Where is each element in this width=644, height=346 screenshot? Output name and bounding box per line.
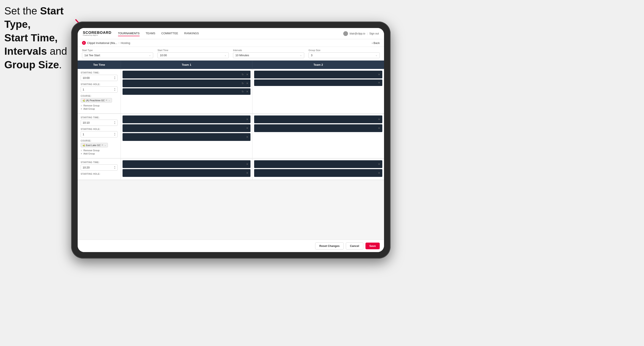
intervals-group: Intervals 10 Minutes ⌄ [233, 49, 304, 58]
group3-t1p1-remove-icon[interactable]: ✕ [246, 163, 248, 166]
group2-t2p2-remove-icon[interactable]: ✕ [378, 127, 380, 130]
group-size-select[interactable]: 3 ⌄ [308, 52, 380, 58]
group1-t2p2-remove-icon[interactable]: ✕ [378, 81, 380, 84]
intervals-select[interactable]: 10 Minutes ⌄ [233, 52, 304, 58]
group3-time-down-icon[interactable]: ▼ [114, 168, 116, 169]
group2-starting-time-input[interactable]: 10:10 ▲ ▼ [81, 120, 118, 126]
group3-starting-time-value: 10:20 [83, 166, 90, 169]
col-team2: Team 2 [252, 61, 384, 69]
group1-team2-player2: ✕ [254, 79, 382, 86]
group1-left-panel: STARTING TIME: 10:00 ▲ ▼ STARTING HOLE: … [78, 69, 121, 113]
group1-course-remove-icon[interactable]: ✕ [106, 99, 108, 102]
group2-time-up-icon[interactable]: ▲ [114, 121, 116, 123]
group1-add-group-link[interactable]: Add Group [81, 108, 118, 110]
start-type-chevron-icon: ⌄ [149, 54, 151, 57]
group3-t1p2-remove-icon[interactable]: ✕ [246, 172, 248, 174]
cancel-button[interactable]: Cancel [346, 242, 363, 249]
group3-time-up-icon[interactable]: ▲ [114, 166, 116, 168]
logo: SCOREBOARD Powered by clipp.io [83, 31, 112, 36]
group1-course-badge: ⛳ (A) Peachtree GC ✕ ⌄ [81, 98, 112, 103]
group2-course-remove-icon[interactable]: ✕ [102, 144, 103, 147]
group2-team1-player2: ✕ [122, 124, 250, 132]
group2-t1p3-icons: ✕ [245, 136, 248, 139]
nav-teams[interactable]: TEAMS [146, 31, 155, 36]
nav-tournaments[interactable]: TOURNAMENTS [118, 31, 140, 36]
group1-starting-hole-input[interactable]: 1 ▲ ▼ [81, 86, 118, 93]
group3-time-spinners: ▲ ▼ [114, 166, 116, 169]
group1-time-up-icon[interactable]: ▲ [114, 76, 116, 78]
reset-changes-button[interactable]: Reset Changes [315, 242, 344, 249]
group1-time-down-icon[interactable]: ▼ [114, 78, 116, 80]
group-size-group: Group Size 3 ⌄ [308, 49, 380, 58]
intervals-label: Intervals [233, 49, 304, 51]
group2-time-down-icon[interactable]: ▼ [114, 123, 116, 125]
group1-t1p3-remove-icon[interactable]: ✕ [246, 90, 248, 93]
group1-team1-player3: ↻ ✕ [122, 88, 250, 95]
group1-course-chevron-icon[interactable]: ⌄ [108, 99, 110, 102]
group2-add-group-link[interactable]: Add Group [81, 152, 118, 155]
group2-hole-down-icon[interactable]: ▼ [114, 135, 116, 136]
group2-t1p1-remove-icon[interactable]: ✕ [246, 118, 248, 121]
group1-t2p1-remove-icon[interactable]: ✕ [378, 73, 380, 76]
group1-t1p1-remove-icon[interactable]: ✕ [246, 73, 248, 76]
group1-t1p1-icons: ↻ ✕ [242, 73, 248, 76]
group2-starting-hole-input[interactable]: 1 ▲ ▼ [81, 131, 118, 138]
annotation-text: Set the Start Type, Start Time, Interval… [4, 4, 71, 72]
group3-starting-time-input[interactable]: 10:20 ▲ ▼ [81, 164, 118, 171]
user-email: blair@clipp.io [350, 32, 365, 35]
group1-starting-time-input[interactable]: 10:00 ▲ ▼ [81, 75, 118, 81]
group1-hole-down-icon[interactable]: ▼ [114, 90, 116, 91]
nav-separator: | [367, 32, 368, 35]
group3-t2p2-remove-icon[interactable]: ✕ [378, 172, 380, 174]
sign-out-link[interactable]: Sign out [369, 32, 379, 35]
group2-team1-player1: ✕ [122, 116, 250, 123]
table-header: Tee Time Team 1 Team 2 [78, 61, 384, 69]
group1-t1p1-refresh-icon[interactable]: ↻ [242, 73, 244, 76]
group2-t2p1-remove-icon[interactable]: ✕ [378, 118, 380, 121]
back-button[interactable]: Back [372, 41, 380, 45]
start-type-select[interactable]: 1st Tee Start ⌄ [82, 52, 153, 58]
breadcrumb-bar: C Clippd Invitational (Ma... › Hosting B… [78, 39, 384, 47]
main-content: Tee Time Team 1 Team 2 STARTING TIME: 10… [78, 61, 384, 240]
tablet-device: SCOREBOARD Powered by clipp.io TOURNAMEN… [71, 21, 390, 259]
group2-t1p2-icons: ✕ [245, 127, 248, 130]
action-bar: Reset Changes Cancel Save [78, 240, 384, 252]
group2-t2p2-icons: ✕ [377, 127, 380, 130]
group3-team1-cell: ✕ ✕ [121, 159, 252, 180]
start-time-select[interactable]: 10:00 ⌄ [158, 52, 229, 58]
group3-t2p1-remove-icon[interactable]: ✕ [378, 163, 380, 166]
group2-starting-hole-label: STARTING HOLE: [81, 128, 118, 130]
start-type-value: 1st Tee Start [84, 54, 100, 57]
save-button[interactable]: Save [366, 243, 380, 249]
group3-t2p1-icons: ✕ [377, 163, 380, 166]
annotation-bold-group-size: Group Size [4, 59, 59, 70]
group3-t1p2-icons: ✕ [245, 172, 248, 174]
tablet-screen: SCOREBOARD Powered by clipp.io TOURNAMEN… [78, 28, 384, 252]
breadcrumb-tournament[interactable]: Clippd Invitational (Ma... [87, 41, 117, 45]
group2-course-chevron-icon[interactable]: ⌄ [104, 144, 106, 147]
user-avatar [343, 31, 348, 36]
group3-starting-time-label: STARTING TIME: [81, 161, 118, 164]
start-time-label: Start Time [158, 49, 229, 51]
annotation-bold-intervals: Intervals [4, 45, 47, 57]
group1-hole-up-icon[interactable]: ▲ [114, 88, 116, 89]
group3-team2-player1: ✕ [254, 160, 382, 168]
nav-committee[interactable]: COMMITTEE [162, 31, 178, 36]
group2-t2p1-icons: ✕ [377, 118, 380, 121]
group1-t1p3-refresh-icon[interactable]: ↻ [242, 90, 244, 93]
group1-t1p2-refresh-icon[interactable]: ↻ [242, 82, 244, 85]
group1-t1p2-remove-icon[interactable]: ✕ [246, 82, 248, 85]
group1-time-spinners: ▲ ▼ [114, 76, 116, 80]
group2-hole-up-icon[interactable]: ▲ [114, 133, 116, 134]
group1-remove-group-link[interactable]: Remove Group [81, 104, 118, 107]
group2-t1p3-remove-icon[interactable]: ✕ [246, 136, 248, 139]
group1-starting-time-label: STARTING TIME: [81, 72, 118, 74]
group2-team2-player1: ✕ [254, 116, 382, 123]
breadcrumb-current: Hosting [120, 41, 130, 45]
group2-t1p2-remove-icon[interactable]: ✕ [246, 127, 248, 130]
col-team1: Team 1 [121, 61, 252, 69]
tee-group-3: STARTING TIME: 10:20 ▲ ▼ STARTING HOLE: … [78, 159, 384, 180]
nav-rankings[interactable]: RANKINGS [184, 31, 199, 36]
group3-team2-player2: ✕ [254, 169, 382, 177]
group2-remove-group-link[interactable]: Remove Group [81, 149, 118, 152]
